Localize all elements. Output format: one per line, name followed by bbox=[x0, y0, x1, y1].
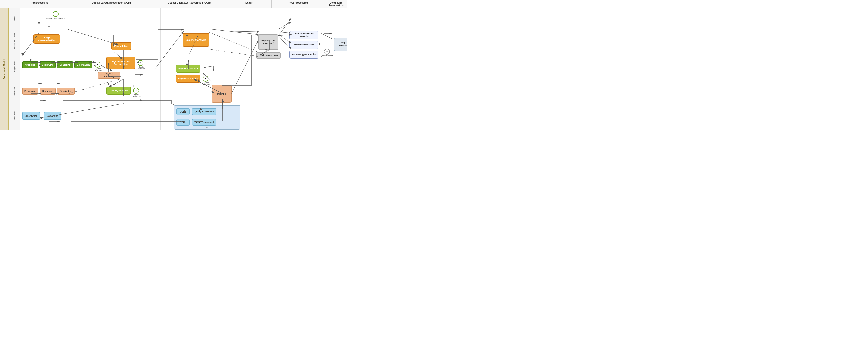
cropping-box: Cropping bbox=[22, 61, 38, 68]
interactive-correction-box: Interactive Correction bbox=[289, 41, 318, 49]
document-analysis-box: Document Analysis bbox=[183, 33, 209, 47]
user-row: User Provide Digitized Image bbox=[9, 8, 347, 29]
page-segmentation-box: Page Segmentation Disassembling bbox=[106, 57, 135, 69]
deskewing-text-box: Deskewing bbox=[22, 88, 38, 95]
merging-box: Merging bbox=[212, 85, 231, 103]
dewarping-box: Dewarping bbox=[44, 112, 61, 120]
page-level-row: Page Level Cropping Deskewing Denoising bbox=[9, 54, 347, 81]
quality-assessment-1-box: Quality Assessment bbox=[192, 108, 216, 115]
line-segmentation-box: Line Segmentation bbox=[106, 87, 131, 95]
col-header-longterm: Long-Term Preservation bbox=[325, 0, 347, 8]
provide-digitized-image-node: Provide Digitized Image bbox=[46, 11, 65, 20]
region-classification-box: Region Classification bbox=[176, 65, 200, 72]
segment-presorting-box: Segment Presorting bbox=[98, 72, 120, 79]
text-level-label: Text Level bbox=[13, 87, 16, 96]
col-header-preprocessing: Preprocessing bbox=[9, 0, 71, 8]
document-level-label: Document Level bbox=[13, 33, 16, 49]
functional-model-label: Functional Model bbox=[0, 8, 9, 130]
col-header-export: Export bbox=[227, 0, 272, 8]
binarization-line-box: Binarization bbox=[22, 112, 40, 120]
qa-line-seg-node: ✉ QualityAssurance bbox=[133, 88, 141, 97]
diagram-container: Preprocessing Optical Layout Recognition… bbox=[0, 0, 347, 130]
col-header-ocr: Optical Character Recognition (OCR) bbox=[151, 0, 227, 8]
binarization-text-box: Binarization bbox=[57, 88, 75, 95]
header-row: Preprocessing Optical Layout Recognition… bbox=[0, 0, 347, 8]
quality-assessment-n-box: Quality Assessment bbox=[192, 119, 216, 126]
long-term-preservation-box: Long-Term Preservation bbox=[334, 38, 347, 51]
col-header-olr: Optical Layout Recognition (OLR) bbox=[71, 0, 151, 8]
ocr1-box: OCR1 bbox=[176, 108, 190, 115]
qa-page-node: ✉ QualityAssurance bbox=[95, 62, 102, 71]
document-level-row: Document Level Image characterization Pa… bbox=[9, 29, 347, 54]
deskewing-page-box: Deskewing bbox=[40, 61, 56, 68]
text-level-row: Text Level Deskewing Denoising Binarizat… bbox=[9, 81, 347, 103]
ocr-group-box: OCR1 Quality Assessment ⋮ OCRn bbox=[174, 105, 241, 130]
user-row-label: User bbox=[13, 16, 16, 21]
denoising-page-box: Denoising bbox=[57, 61, 73, 68]
col-header-postprocessing: Post Processing bbox=[272, 0, 325, 8]
qa-seg-node: ✉ QualityAssurance bbox=[137, 60, 145, 70]
ocrn-box: OCRn bbox=[176, 119, 190, 126]
collaborative-manual-box: Collaborative Manual Correction bbox=[289, 31, 318, 39]
page-level-label: Page Level bbox=[13, 61, 16, 72]
pagesplitting-box: Pagesplitting bbox=[111, 42, 131, 50]
binarization-page-box: Binarization bbox=[74, 61, 92, 68]
line-level-row: Line Level Binarization Dewarping bbox=[9, 103, 347, 130]
denoising-text-box: Denoising bbox=[40, 88, 56, 95]
image-characterization-box: Image characterization bbox=[33, 34, 60, 44]
export-box: Export (PAGE, ALTO, TEI...) bbox=[258, 34, 278, 50]
line-level-label: Line Level bbox=[13, 111, 16, 121]
